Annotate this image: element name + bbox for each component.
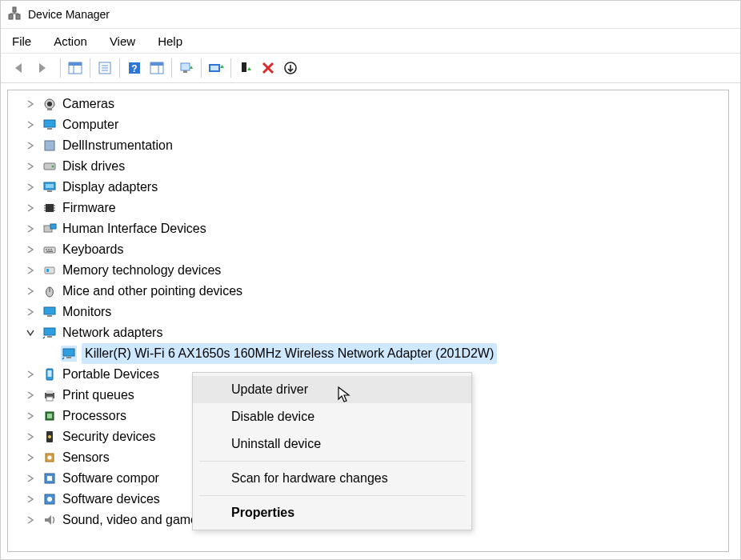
svg-rect-62: [66, 357, 71, 358]
chevron-right-icon[interactable]: [26, 515, 35, 525]
context-menu-scan-hardware[interactable]: Scan for hardware changes: [193, 465, 471, 492]
tree-item-memory-tech[interactable]: Memory technology devices: [26, 260, 728, 281]
tree-label: Security devices: [62, 426, 156, 447]
properties-button[interactable]: [94, 57, 116, 79]
tree-item-firmware[interactable]: Firmware: [26, 198, 728, 218]
disk-icon: [42, 158, 58, 174]
show-hide-tree-button[interactable]: [64, 57, 86, 79]
svg-rect-56: [44, 307, 55, 314]
chevron-right-icon[interactable]: [26, 390, 35, 400]
tree-label: Keyboards: [62, 239, 124, 260]
titlebar: Device Manager: [1, 1, 740, 29]
tree-item-wifi-adapter[interactable]: Killer(R) Wi-Fi 6 AX1650s 160MHz Wireles…: [61, 343, 728, 364]
update-driver-button[interactable]: [205, 57, 227, 79]
tree-label: Portable Devices: [62, 364, 159, 385]
tree-item-display-adapters[interactable]: Display adapters: [26, 177, 728, 198]
svg-rect-46: [50, 224, 56, 229]
tree-item-keyboards[interactable]: Keyboards: [26, 239, 728, 260]
scan-hardware-button[interactable]: [175, 57, 198, 79]
chevron-right-icon[interactable]: [26, 453, 35, 462]
chevron-down-icon[interactable]: [26, 328, 35, 338]
menubar: File Action View Help: [1, 29, 740, 54]
app-icon: [7, 6, 22, 23]
chevron-right-icon[interactable]: [26, 286, 35, 296]
chevron-right-icon[interactable]: [26, 307, 35, 317]
context-menu-uninstall-device[interactable]: Uninstall device: [193, 430, 471, 458]
chevron-right-icon[interactable]: [26, 370, 35, 379]
svg-rect-32: [45, 141, 54, 150]
chevron-right-icon[interactable]: [26, 411, 35, 421]
svg-rect-23: [242, 62, 246, 72]
tree-label: Sensors: [62, 447, 110, 468]
chevron-right-icon[interactable]: [26, 224, 35, 234]
add-legacy-hardware-button[interactable]: [279, 57, 302, 79]
context-menu-label: Update driver: [231, 382, 308, 397]
chevron-right-icon[interactable]: [26, 182, 35, 192]
monitor-icon: [42, 117, 58, 133]
context-menu-update-driver[interactable]: Update driver: [193, 376, 471, 403]
chevron-right-icon[interactable]: [26, 432, 35, 442]
keyboard-icon: [42, 242, 58, 258]
sensor-icon: [42, 450, 58, 466]
svg-rect-51: [46, 251, 53, 253]
system-icon: [42, 138, 58, 154]
tree-item-network-adapters[interactable]: Network adapters: [26, 322, 728, 343]
svg-rect-50: [50, 249, 52, 250]
svg-rect-38: [46, 204, 54, 212]
tree-label: Killer(R) Wi-Fi 6 AX1650s 160MHz Wireles…: [85, 346, 494, 360]
svg-rect-22: [210, 66, 218, 70]
svg-rect-20: [183, 70, 187, 73]
device-tree[interactable]: Cameras Computer DellInstrumentation Dis…: [7, 90, 729, 552]
tree-item-hid[interactable]: Human Interface Devices: [26, 218, 728, 239]
svg-rect-58: [44, 328, 55, 335]
context-menu-separator: [199, 461, 465, 462]
chevron-right-icon[interactable]: [26, 162, 35, 171]
tree-item-monitors[interactable]: Monitors: [26, 302, 728, 322]
tree-item-dellinstrumentation[interactable]: DellInstrumentation: [26, 135, 728, 156]
chevron-right-icon[interactable]: [26, 203, 35, 213]
chevron-right-icon[interactable]: [26, 474, 35, 483]
uninstall-device-button[interactable]: [257, 57, 279, 79]
svg-rect-48: [46, 249, 47, 250]
menu-action[interactable]: Action: [50, 32, 90, 50]
tree-label: Print queues: [62, 385, 134, 406]
tree-item-mice[interactable]: Mice and other pointing devices: [26, 281, 728, 302]
svg-rect-59: [47, 336, 52, 338]
tree-label: Software compor: [62, 468, 159, 489]
svg-rect-61: [63, 349, 74, 356]
chevron-right-icon[interactable]: [26, 494, 35, 504]
tree-label: Memory technology devices: [62, 260, 221, 281]
menu-help[interactable]: Help: [154, 32, 186, 50]
context-menu-properties[interactable]: Properties: [193, 499, 471, 526]
camera-icon: [42, 96, 58, 112]
menu-file[interactable]: File: [9, 32, 34, 50]
context-menu-label: Properties: [231, 506, 294, 520]
action-pane-button[interactable]: [146, 57, 168, 79]
tree-label: Software devices: [62, 489, 160, 510]
enable-device-button[interactable]: [234, 57, 257, 79]
cpu-icon: [42, 408, 58, 424]
svg-rect-49: [48, 249, 50, 250]
chevron-right-icon[interactable]: [26, 120, 35, 130]
menu-view[interactable]: View: [106, 32, 138, 50]
svg-line-63: [62, 358, 64, 359]
svg-rect-31: [47, 128, 52, 130]
tree-item-computer[interactable]: Computer: [26, 114, 728, 135]
forward-button[interactable]: [31, 57, 54, 79]
speaker-icon: [42, 512, 58, 528]
tree-item-cameras[interactable]: Cameras: [26, 94, 728, 114]
chevron-right-icon[interactable]: [26, 266, 35, 275]
chevron-right-icon[interactable]: [26, 141, 35, 150]
chevron-right-icon[interactable]: [26, 245, 35, 254]
help-button[interactable]: ?: [123, 57, 146, 79]
tree-item-disk-drives[interactable]: Disk drives: [26, 156, 728, 177]
svg-rect-68: [46, 397, 53, 401]
chevron-right-icon[interactable]: [26, 99, 35, 109]
back-button[interactable]: [9, 57, 31, 79]
network-adapter-icon: [61, 346, 77, 362]
context-menu-label: Disable device: [231, 410, 314, 424]
monitor-icon: [42, 304, 58, 320]
context-menu-disable-device[interactable]: Disable device: [193, 403, 471, 430]
hid-icon: [42, 221, 58, 237]
software-component-icon: [42, 470, 58, 486]
